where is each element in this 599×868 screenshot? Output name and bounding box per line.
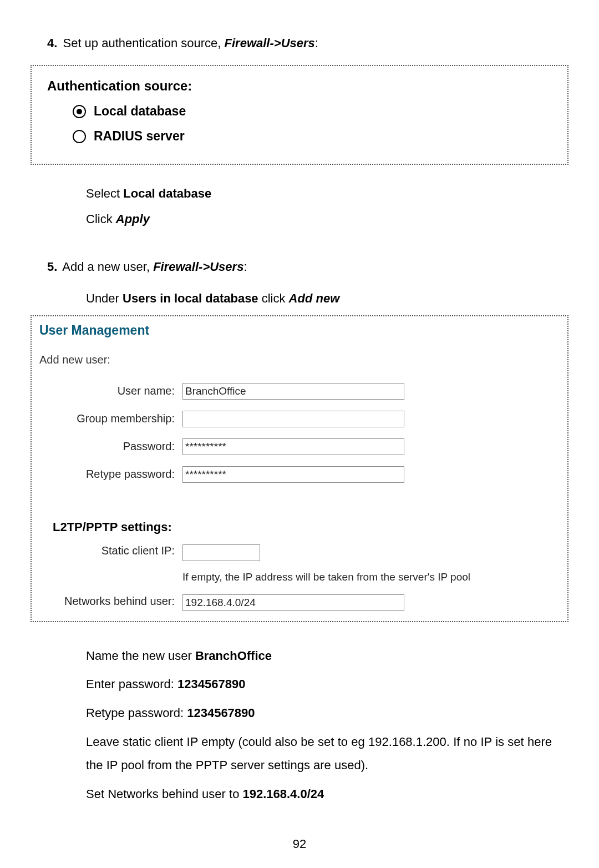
label-retype: Retype password: bbox=[42, 468, 175, 481]
input-group[interactable] bbox=[182, 411, 404, 427]
label-static-ip: Static client IP: bbox=[42, 544, 175, 557]
step-4-text-before: Set up authentication source, bbox=[59, 36, 224, 50]
step-4-number: 4. bbox=[47, 36, 57, 50]
post-l5-prefix: Set Networks behind user to bbox=[86, 787, 242, 801]
step-5-number: 5. bbox=[47, 260, 57, 274]
radio-label-local: Local database bbox=[94, 104, 186, 119]
input-static-ip[interactable] bbox=[182, 544, 260, 561]
post-l3-prefix: Retype password: bbox=[86, 706, 187, 720]
form-divider bbox=[42, 503, 404, 503]
post-l1-bold: BranchOffice bbox=[195, 649, 272, 663]
l2tp-form: Static client IP: If empty, the IP addre… bbox=[42, 544, 560, 611]
user-management-title: User Management bbox=[39, 323, 560, 338]
post-instructions: Name the new user BranchOffice Enter pas… bbox=[86, 644, 552, 806]
authentication-source-panel: Authentication source: Local database RA… bbox=[31, 65, 568, 165]
step-5-block: 5. Add a new user, Firewall->Users: Unde… bbox=[47, 257, 552, 308]
radio-row-local[interactable]: Local database bbox=[73, 104, 555, 119]
step-4-path: Firewall->Users bbox=[225, 36, 315, 50]
user-form: User name: Group membership: Password: R… bbox=[42, 383, 560, 503]
post-l2-bold: 1234567890 bbox=[177, 677, 245, 691]
post-l4: Leave static client IP empty (could also… bbox=[86, 730, 552, 777]
post-l1-prefix: Name the new user bbox=[86, 649, 195, 663]
step-5-text-after: : bbox=[243, 260, 247, 274]
instr-click-apply: Apply bbox=[116, 212, 150, 226]
l2tp-pptp-section-title: L2TP/PPTP settings: bbox=[53, 520, 560, 534]
step-4-text-after: : bbox=[315, 36, 318, 50]
page-number: 92 bbox=[0, 837, 599, 851]
label-group: Group membership: bbox=[42, 412, 175, 425]
under-mid: click bbox=[258, 291, 289, 305]
instr-click-prefix: Click bbox=[86, 212, 116, 226]
static-ip-hint: If empty, the IP address will be taken f… bbox=[182, 571, 560, 583]
step-5-subinstruction: Under Users in local database click Add … bbox=[86, 289, 552, 308]
under-prefix: Under bbox=[86, 291, 123, 305]
input-networks[interactable] bbox=[182, 594, 404, 611]
post-l2-prefix: Enter password: bbox=[86, 677, 177, 691]
label-networks: Networks behind user: bbox=[42, 594, 175, 608]
add-new-user-label: Add new user: bbox=[39, 354, 560, 366]
under-bold1: Users in local database bbox=[123, 291, 258, 305]
radio-icon-selected[interactable] bbox=[73, 105, 86, 118]
post-l3-bold: 1234567890 bbox=[187, 706, 255, 720]
step-5-path: Firewall->Users bbox=[153, 260, 243, 274]
label-username: User name: bbox=[42, 385, 175, 397]
under-addnew: Add new bbox=[289, 291, 340, 305]
step-5-text-before: Add a new user, bbox=[59, 260, 153, 274]
instr-select-prefix: Select bbox=[86, 186, 123, 200]
radio-icon-unselected[interactable] bbox=[73, 130, 86, 143]
input-username[interactable] bbox=[182, 383, 404, 400]
step-5-line: 5. Add a new user, Firewall->Users: bbox=[47, 257, 552, 276]
user-management-panel: User Management Add new user: User name:… bbox=[31, 315, 568, 622]
instr-select-bold: Local database bbox=[123, 186, 211, 200]
step-4-line: 4. Set up authentication source, Firewal… bbox=[47, 33, 552, 53]
page: 4. Set up authentication source, Firewal… bbox=[0, 0, 599, 868]
input-retype[interactable] bbox=[182, 466, 404, 483]
instructions-after-auth: Select Local database Click Apply bbox=[86, 181, 552, 231]
label-password: Password: bbox=[42, 440, 175, 453]
post-l5-bold: 192.168.4.0/24 bbox=[242, 787, 324, 801]
authentication-source-title: Authentication source: bbox=[47, 78, 555, 94]
radio-label-radius: RADIUS server bbox=[94, 129, 185, 144]
input-password[interactable] bbox=[182, 438, 404, 455]
radio-row-radius[interactable]: RADIUS server bbox=[73, 129, 555, 144]
